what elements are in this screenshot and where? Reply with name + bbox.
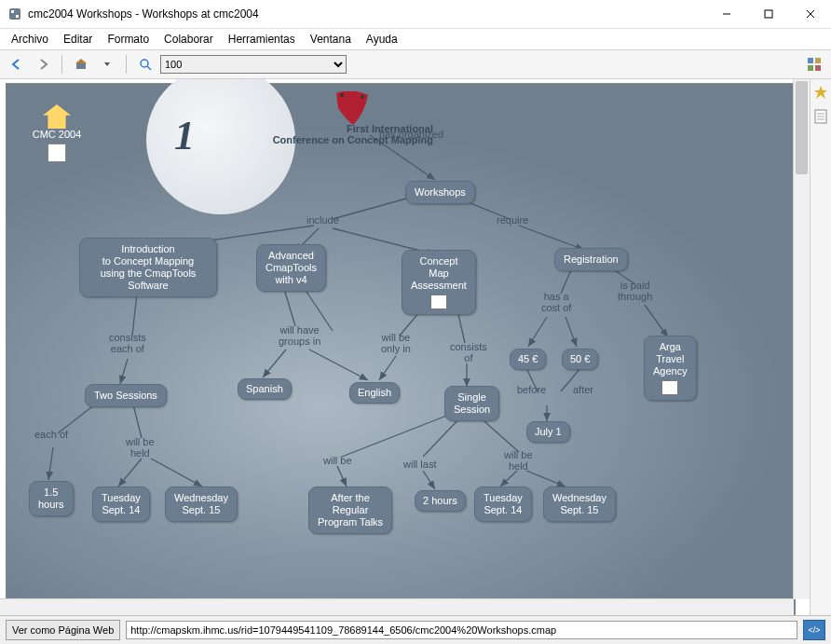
- link-will-have-groups-in[interactable]: will have groups in: [279, 324, 320, 347]
- svg-line-38: [48, 447, 53, 480]
- node-after-talks[interactable]: After the Regular Program Talks: [308, 486, 392, 534]
- svg-line-45: [423, 471, 435, 489]
- link-consists-of[interactable]: consists of: [450, 341, 487, 363]
- scrollbar-thumb[interactable]: [796, 81, 808, 174]
- node-advanced[interactable]: Advanced CmapTools with v4: [256, 244, 326, 292]
- link-before[interactable]: before: [517, 384, 546, 395]
- vertical-scrollbar[interactable]: [793, 79, 810, 599]
- menu-colaborar[interactable]: Colaborar: [157, 31, 221, 48]
- link-after[interactable]: after: [573, 384, 593, 395]
- link-is-paid-through[interactable]: is paid through: [618, 280, 652, 302]
- link-include[interactable]: include: [307, 214, 339, 226]
- home-icon: [43, 104, 71, 129]
- code-view-button[interactable]: </>: [803, 620, 825, 640]
- svg-rect-2: [16, 15, 19, 18]
- node-tue14a[interactable]: Tuesday Sept. 14: [92, 486, 150, 522]
- node-wed15a[interactable]: Wednesday Sept. 15: [165, 486, 238, 522]
- node-wed15b[interactable]: Wednesday Sept. 15: [543, 486, 616, 522]
- node-1-5-hours[interactable]: 1.5 hours: [29, 481, 74, 516]
- sidebar-star-icon[interactable]: [813, 85, 828, 100]
- svg-rect-0: [9, 8, 20, 20]
- statusbar: Ver como Página Web </>: [0, 615, 831, 644]
- node-arga[interactable]: Arga Travel Agency: [644, 336, 697, 401]
- svg-rect-1: [11, 10, 14, 13]
- menu-formato[interactable]: Formato: [100, 31, 157, 48]
- home-cmap-item[interactable]: CMC 2004: [23, 104, 90, 162]
- cmap-subicon: [48, 144, 66, 162]
- content-area: CMC 2004 1 First InternationalConference…: [0, 79, 831, 615]
- link-has-cost-of[interactable]: has a cost of: [541, 291, 571, 313]
- horizontal-scrollbar[interactable]: [0, 598, 794, 615]
- svg-rect-13: [815, 65, 821, 71]
- svg-line-46: [500, 471, 517, 486]
- node-english[interactable]: English: [349, 382, 400, 404]
- node-2-hours[interactable]: 2 hours: [415, 490, 466, 512]
- cape-icon: [333, 91, 372, 129]
- svg-rect-10: [808, 58, 813, 63]
- sidebar-note-icon[interactable]: [813, 109, 828, 124]
- link-will-be[interactable]: will be: [323, 455, 352, 466]
- link-require[interactable]: require: [497, 214, 528, 226]
- node-spanish[interactable]: Spanish: [238, 378, 292, 400]
- back-button[interactable]: [6, 53, 28, 75]
- svg-line-22: [284, 289, 295, 326]
- tools-toggle-button[interactable]: [803, 53, 825, 75]
- node-45[interactable]: 45 €: [510, 349, 546, 370]
- svg-line-39: [118, 459, 142, 486]
- node-assessment[interactable]: Concept Map Assessment: [402, 250, 476, 315]
- menu-ayuda[interactable]: Ayuda: [359, 31, 405, 48]
- svg-line-21: [132, 294, 137, 336]
- menu-editar[interactable]: Editar: [56, 31, 100, 48]
- app-window: cmc2004 Workshops - Workshops at cmc2004…: [0, 0, 831, 644]
- svg-line-20: [519, 226, 584, 250]
- maximize-button[interactable]: [747, 1, 789, 27]
- svg-line-34: [565, 317, 577, 347]
- banner: 1 First InternationalConference on Conce…: [146, 93, 444, 158]
- svg-point-51: [340, 93, 344, 97]
- node-registration[interactable]: Registration: [554, 248, 628, 271]
- node-tue14b[interactable]: Tuesday Sept. 14: [474, 486, 532, 522]
- node-single-session[interactable]: Single Session: [444, 386, 499, 421]
- svg-line-28: [120, 359, 128, 384]
- forward-button[interactable]: [32, 53, 54, 75]
- link-will-be-only-in[interactable]: will be only in: [381, 332, 411, 354]
- node-july1[interactable]: July 1: [526, 421, 570, 443]
- separator: [61, 55, 62, 74]
- node-workshops[interactable]: Workshops: [405, 181, 475, 204]
- svg-line-47: [526, 471, 565, 486]
- svg-line-41: [342, 415, 449, 457]
- app-icon: [7, 7, 22, 21]
- node-two-sessions[interactable]: Two Sessions: [85, 384, 167, 407]
- url-field[interactable]: [126, 621, 797, 639]
- titlebar: cmc2004 Workshops - Workshops at cmc2004: [0, 0, 831, 29]
- link-each-of[interactable]: each of: [34, 429, 68, 440]
- svg-point-8: [141, 60, 148, 67]
- link-has-organized[interactable]: has organized: [379, 129, 443, 140]
- link-will-be-held-b[interactable]: will be held: [504, 449, 533, 472]
- menu-herramientas[interactable]: Herramientas: [221, 31, 303, 48]
- zoom-select[interactable]: 100: [160, 55, 347, 74]
- home-button[interactable]: [70, 53, 92, 75]
- svg-line-33: [528, 317, 547, 347]
- svg-rect-4: [765, 10, 772, 18]
- close-button[interactable]: [789, 1, 831, 27]
- resource-icon[interactable]: [661, 380, 678, 395]
- canvas-wrap: CMC 2004 1 First InternationalConference…: [0, 79, 810, 615]
- node-50[interactable]: 50 €: [562, 349, 598, 370]
- link-will-last[interactable]: will last: [403, 459, 436, 470]
- zoom-tool-button[interactable]: [134, 53, 157, 75]
- node-intro[interactable]: Introduction to Concept Mapping using th…: [79, 238, 217, 297]
- banner-one: 1: [174, 112, 195, 159]
- menu-archivo[interactable]: Archivo: [4, 31, 56, 48]
- menubar: Archivo Editar Formato Colaborar Herrami…: [0, 29, 831, 49]
- svg-line-9: [147, 66, 151, 70]
- link-consists-each-of[interactable]: consists each of: [109, 332, 146, 354]
- concept-map-canvas[interactable]: CMC 2004 1 First InternationalConference…: [6, 83, 796, 615]
- view-as-web-button[interactable]: Ver como Página Web: [6, 620, 120, 640]
- menu-ventana[interactable]: Ventana: [303, 31, 359, 48]
- minimize-button[interactable]: [705, 1, 747, 27]
- link-will-be-held-a[interactable]: will be held: [126, 436, 155, 459]
- home-dropdown[interactable]: [96, 53, 118, 75]
- svg-rect-11: [815, 58, 821, 63]
- resource-icon[interactable]: [430, 295, 447, 309]
